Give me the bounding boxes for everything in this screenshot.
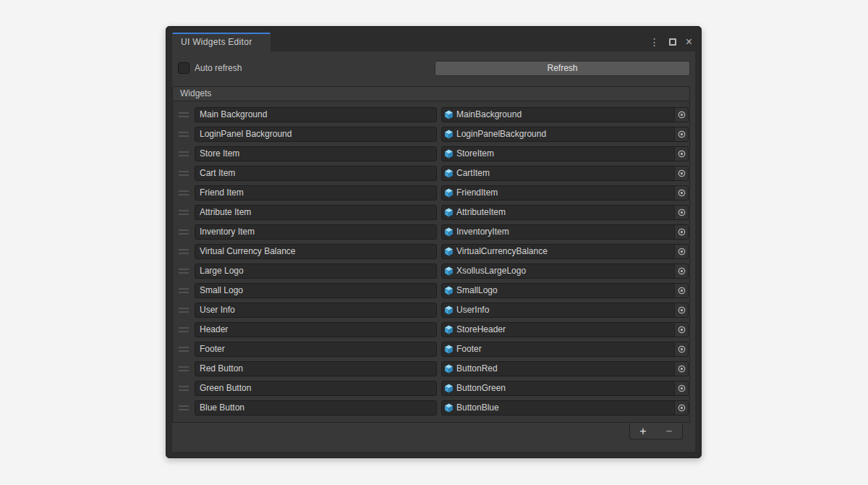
prefab-object-field[interactable]: Footer [441, 342, 689, 357]
object-picker-icon [678, 267, 686, 275]
drag-handle-icon[interactable] [179, 366, 189, 371]
drag-handle-icon[interactable] [179, 269, 189, 274]
prefab-cube-icon [444, 364, 454, 374]
remove-widget-button[interactable]: − [656, 425, 682, 438]
prefab-object-field[interactable]: StoreHeader [441, 322, 689, 337]
object-picker-icon [678, 326, 686, 334]
ui-widgets-editor-window: UI Widgets Editor ⋮ × Auto refresh Refre… [166, 26, 702, 458]
object-picker-icon [678, 306, 686, 314]
widget-name-input[interactable]: Header [195, 322, 437, 337]
object-picker-button[interactable] [674, 147, 688, 161]
prefab-object-field[interactable]: FriendItem [441, 185, 689, 201]
drag-handle-icon[interactable] [179, 386, 189, 391]
drag-handle-icon[interactable] [179, 327, 189, 332]
object-picker-button[interactable] [674, 381, 688, 395]
add-widget-button[interactable]: + [630, 425, 656, 438]
object-picker-button[interactable] [674, 303, 688, 317]
kebab-menu-icon[interactable]: ⋮ [648, 37, 661, 47]
drag-handle-icon[interactable] [179, 229, 189, 235]
widget-name-input[interactable]: Store Item [195, 146, 437, 161]
prefab-object-field[interactable]: StoreItem [441, 146, 689, 161]
object-picker-button[interactable] [674, 225, 688, 239]
prefab-object-field[interactable]: XsollusLargeLogo [441, 263, 689, 279]
prefab-name-label: ButtonBlue [456, 401, 674, 415]
object-picker-button[interactable] [674, 186, 688, 200]
widget-name-input[interactable]: Blue Button [195, 400, 437, 416]
drag-handle-icon[interactable] [179, 308, 189, 313]
prefab-object-field[interactable]: MainBackground [441, 107, 689, 122]
widget-name-input[interactable]: Large Logo [195, 263, 437, 279]
drag-handle-icon[interactable] [179, 171, 189, 176]
tab-bar: UI Widgets Editor ⋮ × [172, 33, 695, 51]
object-picker-button[interactable] [674, 108, 688, 122]
close-icon[interactable]: × [684, 37, 694, 47]
object-picker-icon [678, 169, 686, 177]
widget-name-input[interactable]: Attribute Item [195, 205, 437, 220]
widget-name-input[interactable]: Green Button [195, 381, 437, 396]
drag-handle-icon[interactable] [179, 210, 189, 215]
widget-name-input[interactable]: User Info [195, 303, 437, 318]
object-picker-button[interactable] [674, 264, 688, 278]
widget-name-input[interactable]: Virtual Currency Balance [195, 244, 437, 259]
maximize-icon[interactable] [669, 38, 676, 46]
prefab-object-field[interactable]: InventoryItem [441, 224, 689, 240]
prefab-name-label: XsollusLargeLogo [456, 264, 674, 278]
object-picker-icon [678, 111, 686, 119]
drag-handle-icon[interactable] [179, 347, 189, 352]
object-picker-button[interactable] [674, 362, 688, 376]
prefab-object-field[interactable]: CartItem [441, 166, 689, 181]
widget-name-input[interactable]: Inventory Item [195, 224, 437, 240]
object-picker-button[interactable] [674, 127, 688, 141]
prefab-cube-icon [444, 130, 454, 139]
drag-handle-icon[interactable] [179, 288, 189, 293]
widget-row: Main Background MainBackground [173, 105, 689, 125]
tab-ui-widgets-editor[interactable]: UI Widgets Editor [172, 33, 271, 51]
object-picker-button[interactable] [674, 166, 688, 180]
object-picker-icon [678, 228, 686, 236]
object-picker-button[interactable] [674, 206, 688, 219]
widgets-list-footer: + − [172, 423, 690, 439]
drag-handle-icon[interactable] [179, 190, 189, 195]
widget-row: User Info UserInfo [173, 300, 689, 320]
prefab-object-field[interactable]: ButtonBlue [441, 400, 689, 416]
prefab-name-label: StoreHeader [456, 323, 674, 337]
object-picker-button[interactable] [674, 284, 688, 298]
prefab-object-field[interactable]: VirtualCurrencyBalance [441, 244, 689, 259]
prefab-object-field[interactable]: ButtonGreen [441, 381, 689, 396]
drag-handle-icon[interactable] [179, 112, 189, 117]
object-picker-button[interactable] [674, 245, 688, 258]
prefab-object-field[interactable]: AttributeItem [441, 205, 689, 220]
object-picker-icon [678, 130, 686, 138]
widget-name-input[interactable]: LoginPanel Background [195, 127, 437, 142]
widget-row: Small Logo SmallLogo [173, 281, 689, 300]
auto-refresh-checkbox[interactable] [178, 62, 190, 74]
widget-name-input[interactable]: Main Background [195, 107, 437, 122]
widget-row: Blue Button ButtonBlue [173, 398, 689, 418]
widget-row: Large Logo XsollusLargeLogo [173, 261, 689, 281]
prefab-cube-icon [444, 286, 454, 295]
drag-handle-icon[interactable] [179, 249, 189, 254]
widget-name-input[interactable]: Cart Item [195, 166, 437, 181]
prefab-object-field[interactable]: LoginPanelBackground [441, 127, 689, 142]
object-picker-button[interactable] [674, 401, 688, 415]
prefab-object-field[interactable]: UserInfo [441, 303, 689, 318]
object-picker-icon [678, 208, 686, 216]
refresh-button[interactable]: Refresh [435, 61, 690, 76]
drag-handle-icon[interactable] [179, 405, 189, 410]
prefab-cube-icon [444, 403, 454, 413]
widget-name-input[interactable]: Small Logo [195, 283, 437, 298]
widget-name-input[interactable]: Footer [195, 342, 437, 357]
prefab-cube-icon [444, 227, 454, 237]
drag-handle-icon[interactable] [179, 132, 189, 137]
prefab-object-field[interactable]: SmallLogo [441, 283, 689, 298]
object-picker-icon [678, 365, 686, 373]
prefab-cube-icon [444, 149, 454, 159]
widgets-list-header: Widgets [172, 86, 690, 101]
drag-handle-icon[interactable] [179, 151, 189, 156]
object-picker-button[interactable] [674, 323, 688, 337]
prefab-name-label: CartItem [456, 166, 674, 180]
widget-name-input[interactable]: Friend Item [195, 185, 437, 201]
widget-name-input[interactable]: Red Button [195, 361, 437, 376]
prefab-object-field[interactable]: ButtonRed [441, 361, 689, 376]
object-picker-button[interactable] [674, 342, 688, 356]
